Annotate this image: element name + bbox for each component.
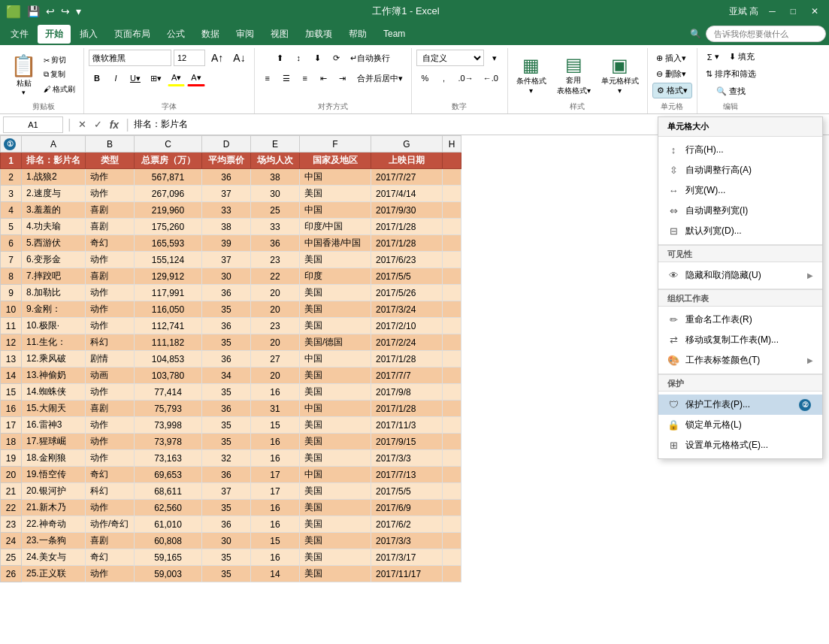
align-center-button[interactable]: ☰ (278, 70, 295, 86)
border-button[interactable]: ⊞▾ (147, 70, 165, 86)
cell-G16[interactable]: 2017/1/28 (371, 401, 443, 417)
cell-A10[interactable]: 9.金刚： (22, 301, 86, 318)
cell-B20[interactable]: 奇幻 (86, 467, 135, 483)
merge-center-button[interactable]: 合并后居中▾ (353, 70, 407, 86)
cell-F26[interactable]: 美国 (300, 566, 371, 582)
cell-h5[interactable] (443, 219, 461, 235)
find-button[interactable]: 🔍 查找 (713, 84, 749, 98)
cell-E26[interactable]: 14 (251, 566, 300, 582)
cell-D21[interactable]: 37 (202, 483, 251, 500)
cell-C15[interactable]: 77,414 (135, 384, 202, 401)
cell-D19[interactable]: 32 (202, 450, 251, 467)
sort-filter-button[interactable]: ⇅ 排序和筛选 (702, 67, 760, 81)
cell-a1[interactable]: 排名：影片名 (22, 153, 86, 169)
number-format-select[interactable]: 自定义 常规 数值 货币 日期 (416, 50, 484, 66)
cell-F17[interactable]: 美国 (300, 417, 371, 434)
cell-F23[interactable]: 美国 (300, 516, 371, 533)
cell-D13[interactable]: 36 (202, 351, 251, 367)
tab-color-item[interactable]: 🎨 工作表标签颜色(T) ▶ (658, 350, 822, 370)
cell-D8[interactable]: 30 (202, 268, 251, 285)
cut-button[interactable]: ✂ 剪切 (41, 54, 77, 66)
cell-D3[interactable]: 37 (202, 186, 251, 202)
cell-C20[interactable]: 69,653 (135, 467, 202, 483)
cell-A6[interactable]: 5.西游伏 (22, 235, 86, 252)
rename-sheet-item[interactable]: ✏ 重命名工作表(R) (658, 310, 822, 330)
cell-F5[interactable]: 印度/中国 (300, 219, 371, 235)
indent-increase-button[interactable]: ⇥ (334, 70, 351, 86)
cell-h10[interactable] (443, 301, 461, 318)
cell-B6[interactable]: 奇幻 (86, 235, 135, 252)
cell-h20[interactable] (443, 467, 461, 483)
align-right-button[interactable]: ≡ (297, 70, 313, 86)
cell-A8[interactable]: 7.摔跤吧 (22, 268, 86, 285)
cell-C26[interactable]: 59,003 (135, 566, 202, 582)
cell-B4[interactable]: 喜剧 (86, 202, 135, 219)
cell-C18[interactable]: 73,978 (135, 434, 202, 450)
cell-B18[interactable]: 动作 (86, 434, 135, 450)
cell-h4[interactable] (443, 202, 461, 219)
cell-B12[interactable]: 科幻 (86, 334, 135, 351)
decrease-decimal-button[interactable]: ←.0 (480, 70, 502, 86)
underline-button[interactable]: U▾ (126, 70, 144, 86)
align-middle-button[interactable]: ↕ (290, 50, 307, 66)
cell-D16[interactable]: 36 (202, 401, 251, 417)
cell-E8[interactable]: 22 (251, 268, 300, 285)
cell-G7[interactable]: 2017/6/23 (371, 252, 443, 268)
align-left-button[interactable]: ≡ (259, 70, 276, 86)
cell-G26[interactable]: 2017/11/17 (371, 566, 443, 582)
cell-h19[interactable] (443, 450, 461, 467)
col-header-f[interactable]: F (300, 136, 371, 153)
cell-D25[interactable]: 35 (202, 549, 251, 566)
confirm-formula-icon[interactable]: ✓ (92, 118, 104, 131)
cell-F20[interactable]: 中国 (300, 467, 371, 483)
align-bottom-button[interactable]: ⬇ (309, 50, 325, 66)
cell-E2[interactable]: 38 (251, 169, 300, 186)
cell-F8[interactable]: 印度 (300, 268, 371, 285)
cell-C11[interactable]: 112,741 (135, 318, 202, 334)
cell-C7[interactable]: 155,124 (135, 252, 202, 268)
cell-G25[interactable]: 2017/3/17 (371, 549, 443, 566)
auto-row-height-item[interactable]: ⇳ 自动调整行高(A) (658, 160, 822, 180)
cell-F12[interactable]: 美国/德国 (300, 334, 371, 351)
cell-h23[interactable] (443, 516, 461, 533)
cell-B14[interactable]: 动画 (86, 367, 135, 384)
cell-B16[interactable]: 喜剧 (86, 401, 135, 417)
cell-A9[interactable]: 8.加勒比 (22, 285, 86, 301)
copy-button[interactable]: ⧉ 复制 (41, 68, 77, 80)
cell-h3[interactable] (443, 186, 461, 202)
cell-D20[interactable]: 36 (202, 467, 251, 483)
percent-button[interactable]: % (417, 70, 434, 86)
col-header-a[interactable]: A (22, 136, 86, 153)
cell-D9[interactable]: 36 (202, 285, 251, 301)
menu-data[interactable]: 数据 (194, 25, 227, 44)
cell-G2[interactable]: 2017/7/27 (371, 169, 443, 186)
cell-B21[interactable]: 科幻 (86, 483, 135, 500)
cell-E9[interactable]: 20 (251, 285, 300, 301)
cell-A24[interactable]: 23.一条狗 (22, 533, 86, 549)
cell-D14[interactable]: 34 (202, 367, 251, 384)
cell-D4[interactable]: 33 (202, 202, 251, 219)
cell-A11[interactable]: 10.极限· (22, 318, 86, 334)
cell-D6[interactable]: 39 (202, 235, 251, 252)
default-col-width-item[interactable]: ⊟ 默认列宽(D)... (658, 221, 822, 241)
cell-G14[interactable]: 2017/7/7 (371, 367, 443, 384)
cell-E5[interactable]: 33 (251, 219, 300, 235)
wrap-text-button[interactable]: ↵自动换行 (346, 50, 394, 66)
cell-h18[interactable] (443, 434, 461, 450)
cell-B3[interactable]: 动作 (86, 186, 135, 202)
cell-C9[interactable]: 117,991 (135, 285, 202, 301)
cell-h14[interactable] (443, 367, 461, 384)
cell-D10[interactable]: 35 (202, 301, 251, 318)
format-button[interactable]: ⚙ 格式▾ (652, 83, 692, 98)
autosum-button[interactable]: Σ ▾ (703, 50, 723, 63)
cell-F13[interactable]: 中国 (300, 351, 371, 367)
lock-cell-item[interactable]: 🔒 锁定单元格(L) (658, 415, 822, 435)
align-top-button[interactable]: ⬆ (271, 50, 288, 66)
cell-E19[interactable]: 16 (251, 450, 300, 467)
cell-h21[interactable] (443, 483, 461, 500)
cell-B5[interactable]: 喜剧 (86, 219, 135, 235)
col-header-b[interactable]: B (86, 136, 135, 153)
increase-decimal-button[interactable]: .0→ (455, 70, 477, 86)
cell-C4[interactable]: 219,960 (135, 202, 202, 219)
cell-E13[interactable]: 27 (251, 351, 300, 367)
